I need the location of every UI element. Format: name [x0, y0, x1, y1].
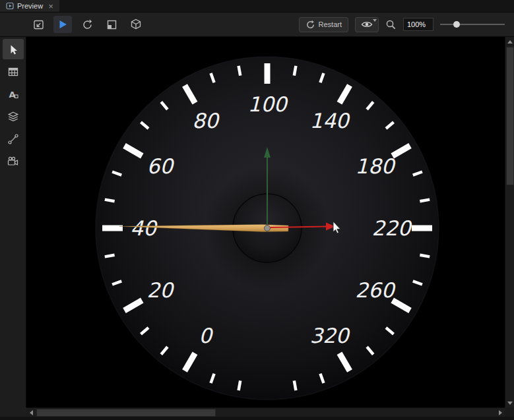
- vertical-scrollbar[interactable]: [505, 37, 514, 407]
- scroll-up-button[interactable]: [505, 37, 514, 46]
- gauge-tick-minor: [105, 255, 115, 257]
- gauge-tick-minor: [420, 255, 430, 257]
- loop-icon: [81, 18, 94, 31]
- connection-icon: [7, 133, 19, 145]
- vertical-scrollbar-thumb[interactable]: [506, 47, 514, 185]
- gauge-label-60: 60: [146, 154, 174, 178]
- gauge-tick-minor: [420, 200, 430, 202]
- preview-window: Preview ×: [0, 0, 514, 420]
- sidebar-tool-layers[interactable]: [3, 106, 24, 127]
- scale-button[interactable]: [102, 16, 121, 33]
- gauge-label-20: 20: [146, 278, 174, 302]
- layers-icon: [7, 111, 19, 123]
- needle-pivot[interactable]: [265, 225, 271, 231]
- cursor-icon: [7, 44, 19, 55]
- bottom-left-corner: [0, 407, 26, 417]
- gauge-label-320: 320: [309, 324, 350, 347]
- zoom-level-field[interactable]: 100%: [403, 18, 434, 31]
- refresh-icon: [305, 20, 315, 30]
- right-arrow-icon: [499, 410, 502, 415]
- camera-icon: [7, 156, 19, 167]
- sidebar-tool-table[interactable]: [3, 61, 24, 82]
- gauge-label-220: 220: [371, 216, 412, 240]
- sidebar-tool-text[interactable]: A: [3, 84, 24, 104]
- loop-button[interactable]: [78, 16, 96, 33]
- text-icon: A: [7, 88, 19, 100]
- magnifier-icon: [385, 19, 397, 30]
- gauge-tick-minor: [294, 380, 296, 390]
- sidebar-tool-select[interactable]: [3, 39, 24, 59]
- tab-title: Preview: [17, 2, 43, 10]
- tab-preview[interactable]: Preview ×: [0, 0, 59, 12]
- dropdown-arrow-icon: [373, 19, 377, 22]
- gauge-label-40: 40: [130, 216, 158, 240]
- preview-canvas[interactable]: 020406080100140180220260320: [26, 37, 505, 407]
- gauge-tick-minor: [105, 200, 115, 202]
- gauge-preview[interactable]: 020406080100140180220260320: [26, 37, 505, 407]
- scroll-right-button[interactable]: [496, 408, 505, 417]
- zoom-slider[interactable]: [440, 19, 505, 30]
- gauge-label-260: 260: [355, 278, 395, 302]
- scale-icon: [106, 18, 118, 31]
- zoom-to-fit-icon: [32, 18, 45, 31]
- gauge-tick-minor: [239, 380, 241, 390]
- zoom-to-fit-button[interactable]: [29, 16, 48, 33]
- gauge-label-140: 140: [309, 109, 350, 133]
- preview-toolbar: Restart 100%: [0, 13, 514, 37]
- sidebar-tool-camera[interactable]: [3, 151, 24, 171]
- left-arrow-icon: [30, 410, 33, 415]
- gauge-tick-minor: [239, 66, 241, 76]
- tab-bar: Preview ×: [0, 0, 514, 13]
- scroll-left-button[interactable]: [26, 408, 36, 417]
- zoom-slider-handle[interactable]: [453, 21, 460, 28]
- eye-icon: [361, 20, 373, 29]
- preview-tab-icon: [6, 2, 14, 10]
- scrollbar-corner: [505, 407, 514, 417]
- scroll-down-button[interactable]: [505, 398, 514, 407]
- horizontal-scrollbar-thumb[interactable]: [36, 409, 216, 417]
- bottom-strip: [0, 417, 514, 420]
- table-icon: [7, 66, 19, 78]
- restart-button[interactable]: Restart: [299, 17, 348, 32]
- visibility-button[interactable]: [355, 17, 379, 32]
- toolbar-right-group: Restart 100%: [299, 17, 505, 32]
- export-3d-button[interactable]: [127, 16, 145, 33]
- play-icon: [57, 18, 69, 30]
- play-button[interactable]: [53, 16, 72, 33]
- gauge-label-180: 180: [355, 154, 395, 178]
- gauge-label-0: 0: [199, 324, 213, 347]
- zoom-slider-track[interactable]: [440, 24, 505, 25]
- gauge-label-80: 80: [192, 109, 220, 133]
- sidebar-tool-connections[interactable]: [3, 129, 24, 149]
- up-arrow-icon: [507, 40, 513, 44]
- down-arrow-icon: [507, 402, 513, 405]
- restart-label: Restart: [319, 20, 342, 28]
- cube-icon: [129, 18, 143, 31]
- gauge-tick-minor: [294, 66, 296, 76]
- tool-sidebar: A: [0, 37, 26, 407]
- gauge-label-100: 100: [247, 92, 288, 116]
- toolbar-left-group: [29, 16, 145, 33]
- horizontal-scrollbar[interactable]: [26, 407, 505, 417]
- tab-close-icon[interactable]: ×: [48, 2, 53, 11]
